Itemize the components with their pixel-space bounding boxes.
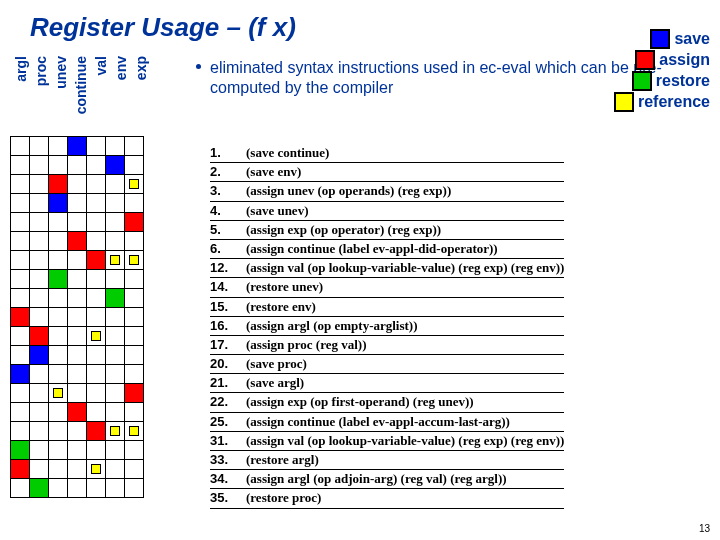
instruction-number: 22. <box>210 393 246 411</box>
cell-17-val-reference <box>87 327 106 346</box>
cell-31-env-reference <box>106 422 125 441</box>
instruction-number: 4. <box>210 202 246 220</box>
legend-assign: assign <box>659 51 710 69</box>
cell-31-val-assign <box>87 422 106 441</box>
instruction-number: 25. <box>210 413 246 431</box>
register-header-val: val <box>93 56 109 75</box>
cell-25-continue-assign <box>68 403 87 422</box>
register-header-continue: continue <box>73 56 89 114</box>
legend-save: save <box>674 30 710 48</box>
legend: save assign restore reference <box>614 28 710 113</box>
instruction-number: 1. <box>210 144 246 162</box>
instruction-text: (restore proc) <box>246 489 321 507</box>
instruction-row: 34.(assign argl (op adjoin-arg) (reg val… <box>210 470 564 489</box>
register-header-unev: unev <box>53 56 69 89</box>
instruction-list: 1.(save continue)2.(save env)3.(assign u… <box>210 144 564 509</box>
register-header-argl: argl <box>13 56 29 82</box>
instruction-text: (restore unev) <box>246 278 323 296</box>
instruction-row: 4.(save unev) <box>210 202 564 221</box>
cell-3-exp-reference <box>125 175 144 194</box>
cell-3-unev-assign <box>49 175 68 194</box>
instruction-row: 35.(restore proc) <box>210 489 564 508</box>
cell-22-unev-reference <box>49 384 68 403</box>
usage-grid: arglprocunevcontinuevalenvexp <box>10 56 181 498</box>
swatch-save <box>650 29 670 49</box>
cell-34-argl-assign <box>11 460 30 479</box>
cell-15-env-restore <box>106 289 125 308</box>
swatch-reference <box>614 92 634 112</box>
cell-5-exp-assign <box>125 213 144 232</box>
instruction-text: (assign val (op lookup-variable-value) (… <box>246 432 564 450</box>
instruction-text: (assign exp (op first-operand) (reg unev… <box>246 393 474 411</box>
cell-20-proc-save <box>30 346 49 365</box>
cell-1-continue-save <box>68 137 87 156</box>
instruction-row: 14.(restore unev) <box>210 278 564 297</box>
cell-31-exp-reference <box>125 422 144 441</box>
instruction-number: 35. <box>210 489 246 507</box>
instruction-row: 5.(assign exp (op operator) (reg exp)) <box>210 221 564 240</box>
swatch-assign <box>635 50 655 70</box>
cell-21-argl-save <box>11 365 30 384</box>
cell-33-argl-restore <box>11 441 30 460</box>
instruction-number: 31. <box>210 432 246 450</box>
instruction-number: 6. <box>210 240 246 258</box>
instruction-text: (assign continue (label ev-appl-accum-la… <box>246 413 510 431</box>
bullet-text: eliminated syntax instructions used in e… <box>210 59 662 96</box>
instruction-row: 12.(assign val (op lookup-variable-value… <box>210 259 564 278</box>
cell-22-exp-assign <box>125 384 144 403</box>
instruction-row: 17.(assign proc (reg val)) <box>210 336 564 355</box>
instruction-number: 15. <box>210 298 246 316</box>
page-number: 13 <box>699 523 710 534</box>
instruction-row: 1.(save continue) <box>210 144 564 163</box>
cell-14-unev-restore <box>49 270 68 289</box>
cell-2-env-save <box>106 156 125 175</box>
instruction-row: 2.(save env) <box>210 163 564 182</box>
instruction-text: (restore argl) <box>246 451 319 469</box>
instruction-row: 3.(assign unev (op operands) (reg exp)) <box>210 182 564 201</box>
instruction-number: 17. <box>210 336 246 354</box>
instruction-text: (assign continue (label ev-appl-did-oper… <box>246 240 498 258</box>
legend-restore: restore <box>656 72 710 90</box>
instruction-number: 33. <box>210 451 246 469</box>
instruction-number: 20. <box>210 355 246 373</box>
instruction-text: (assign argl (op empty-arglist)) <box>246 317 418 335</box>
instruction-text: (save unev) <box>246 202 308 220</box>
instruction-row: 25.(assign continue (label ev-appl-accum… <box>210 413 564 432</box>
instruction-number: 14. <box>210 278 246 296</box>
usage-table <box>10 136 181 498</box>
cell-34-val-reference <box>87 460 106 479</box>
cell-12-exp-reference <box>125 251 144 270</box>
instruction-text: (assign argl (op adjoin-arg) (reg val) (… <box>246 470 507 488</box>
instruction-text: (restore env) <box>246 298 316 316</box>
instruction-row: 20.(save proc) <box>210 355 564 374</box>
instruction-text: (assign val (op lookup-variable-value) (… <box>246 259 564 277</box>
instruction-text: (assign exp (op operator) (reg exp)) <box>246 221 441 239</box>
legend-reference: reference <box>638 93 710 111</box>
instruction-number: 3. <box>210 182 246 200</box>
page-title: Register Usage – (f x) <box>0 0 720 51</box>
cell-12-env-reference <box>106 251 125 270</box>
instruction-row: 6.(assign continue (label ev-appl-did-op… <box>210 240 564 259</box>
instruction-row: 33.(restore argl) <box>210 451 564 470</box>
cell-35-proc-restore <box>30 479 49 498</box>
instruction-number: 16. <box>210 317 246 335</box>
instruction-number: 5. <box>210 221 246 239</box>
instruction-text: (assign proc (reg val)) <box>246 336 366 354</box>
instruction-row: 16.(assign argl (op empty-arglist)) <box>210 317 564 336</box>
instruction-text: (assign unev (op operands) (reg exp)) <box>246 182 451 200</box>
instruction-text: (save continue) <box>246 144 329 162</box>
register-header-proc: proc <box>33 56 49 86</box>
cell-16-argl-assign <box>11 308 30 327</box>
cell-4-unev-save <box>49 194 68 213</box>
cell-17-proc-assign <box>30 327 49 346</box>
instruction-number: 21. <box>210 374 246 392</box>
instruction-row: 15.(restore env) <box>210 298 564 317</box>
swatch-restore <box>632 71 652 91</box>
instruction-text: (save env) <box>246 163 301 181</box>
cell-6-continue-assign <box>68 232 87 251</box>
register-header-exp: exp <box>133 56 149 80</box>
instruction-text: (save proc) <box>246 355 307 373</box>
instruction-row: 31.(assign val (op lookup-variable-value… <box>210 432 564 451</box>
bullet-dot <box>196 64 201 69</box>
register-header-env: env <box>113 56 129 80</box>
